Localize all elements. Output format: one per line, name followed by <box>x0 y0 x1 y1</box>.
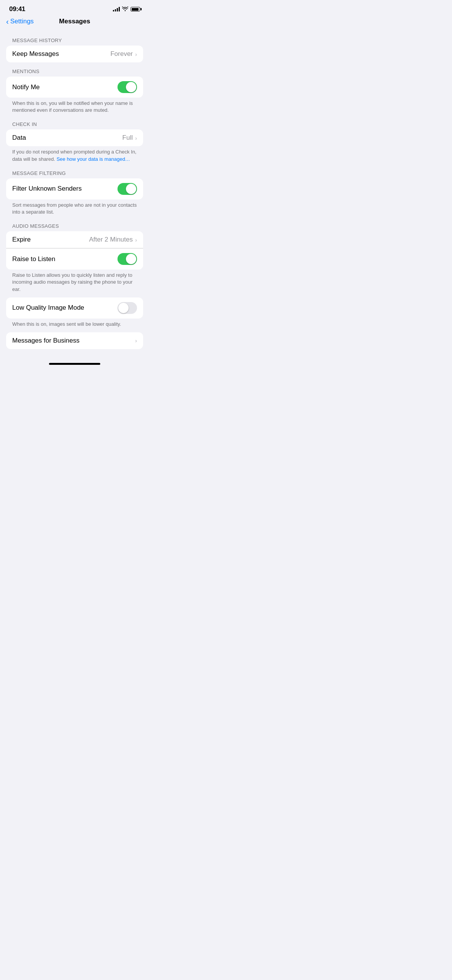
check-in-footer: If you do not respond when prompted duri… <box>0 146 149 164</box>
toggle-knob <box>126 184 136 194</box>
row-filter-unknown-senders: Filter Unknown Senders <box>6 178 143 199</box>
section-header-mentions: MENTIONS <box>0 69 149 77</box>
expire-chevron-icon: › <box>135 237 137 243</box>
low-quality-image-mode-toggle[interactable] <box>117 302 137 314</box>
low-quality-image-mode-footer: When this is on, images sent will be low… <box>0 318 149 329</box>
card-message-history: Keep Messages Forever › <box>6 46 143 62</box>
settings-content: MESSAGE HISTORY Keep Messages Forever › … <box>0 28 149 355</box>
row-expire[interactable]: Expire After 2 Minutes › <box>6 231 143 248</box>
row-data[interactable]: Data Full › <box>6 129 143 146</box>
messages-for-business-chevron-icon: › <box>135 337 137 344</box>
section-header-audio-messages: AUDIO MESSAGES <box>0 223 149 231</box>
home-indicator <box>0 355 149 369</box>
row-notify-me: Notify Me <box>6 77 143 98</box>
section-header-message-filtering: MESSAGE FILTERING <box>0 170 149 178</box>
raise-to-listen-footer: Raise to Listen allows you to quickly li… <box>0 270 149 294</box>
card-mentions: Notify Me <box>6 77 143 98</box>
status-bar: 09:41 <box>0 0 149 16</box>
messages-for-business-label: Messages for Business <box>12 337 80 345</box>
section-audio-messages: AUDIO MESSAGES Expire After 2 Minutes › … <box>0 223 149 294</box>
keep-messages-label: Keep Messages <box>12 50 59 58</box>
status-time: 09:41 <box>9 5 25 13</box>
section-mentions: MENTIONS Notify Me When this is on, you … <box>0 69 149 115</box>
battery-icon <box>131 7 140 11</box>
filter-unknown-senders-label: Filter Unknown Senders <box>12 185 82 193</box>
filter-unknown-senders-toggle[interactable] <box>117 183 137 195</box>
nav-bar: ‹ Settings Messages <box>0 16 149 28</box>
filter-unknown-senders-footer: Sort messages from people who are not in… <box>0 199 149 217</box>
notify-me-toggle[interactable] <box>117 81 137 93</box>
section-header-message-history: MESSAGE HISTORY <box>0 38 149 46</box>
back-chevron-icon: ‹ <box>6 18 9 25</box>
raise-to-listen-label: Raise to Listen <box>12 255 55 263</box>
expire-value: After 2 Minutes › <box>89 236 137 243</box>
notify-me-label: Notify Me <box>12 83 40 91</box>
row-low-quality-image-mode: Low Quality Image Mode <box>6 297 143 318</box>
row-raise-to-listen: Raise to Listen <box>6 248 143 270</box>
row-keep-messages[interactable]: Keep Messages Forever › <box>6 46 143 62</box>
check-in-footer-link[interactable]: See how your data is managed… <box>57 156 130 162</box>
section-check-in: CHECK IN Data Full › If you do not respo… <box>0 121 149 164</box>
toggle-knob <box>126 82 136 92</box>
card-audio-messages: Expire After 2 Minutes › Raise to Listen <box>6 231 143 270</box>
home-bar <box>49 363 100 365</box>
back-button[interactable]: ‹ Settings <box>6 18 34 25</box>
section-header-check-in: CHECK IN <box>0 121 149 129</box>
keep-messages-chevron-icon: › <box>135 51 137 57</box>
toggle-knob <box>126 254 136 264</box>
raise-to-listen-toggle[interactable] <box>117 253 137 265</box>
card-low-quality-image-mode: Low Quality Image Mode <box>6 297 143 318</box>
messages-for-business-value: › <box>135 337 137 344</box>
data-label: Data <box>12 134 26 142</box>
status-icons <box>113 6 140 12</box>
notify-me-footer: When this is on, you will be notified wh… <box>0 98 149 115</box>
data-chevron-icon: › <box>135 135 137 141</box>
row-messages-for-business[interactable]: Messages for Business › <box>6 332 143 349</box>
page-title: Messages <box>59 18 90 25</box>
signal-icon <box>113 7 120 11</box>
keep-messages-value: Forever › <box>110 50 137 58</box>
data-value: Full › <box>122 134 137 142</box>
back-label: Settings <box>10 18 34 25</box>
toggle-knob <box>118 303 129 313</box>
wifi-icon <box>122 6 128 12</box>
card-messages-for-business: Messages for Business › <box>6 332 143 349</box>
card-message-filtering: Filter Unknown Senders <box>6 178 143 199</box>
section-message-filtering: MESSAGE FILTERING Filter Unknown Senders… <box>0 170 149 217</box>
card-check-in: Data Full › <box>6 129 143 146</box>
expire-label: Expire <box>12 236 31 243</box>
section-messages-for-business: Messages for Business › <box>0 332 149 349</box>
section-message-history: MESSAGE HISTORY Keep Messages Forever › <box>0 38 149 62</box>
section-low-quality-image-mode: Low Quality Image Mode When this is on, … <box>0 297 149 329</box>
low-quality-image-mode-label: Low Quality Image Mode <box>12 304 84 312</box>
